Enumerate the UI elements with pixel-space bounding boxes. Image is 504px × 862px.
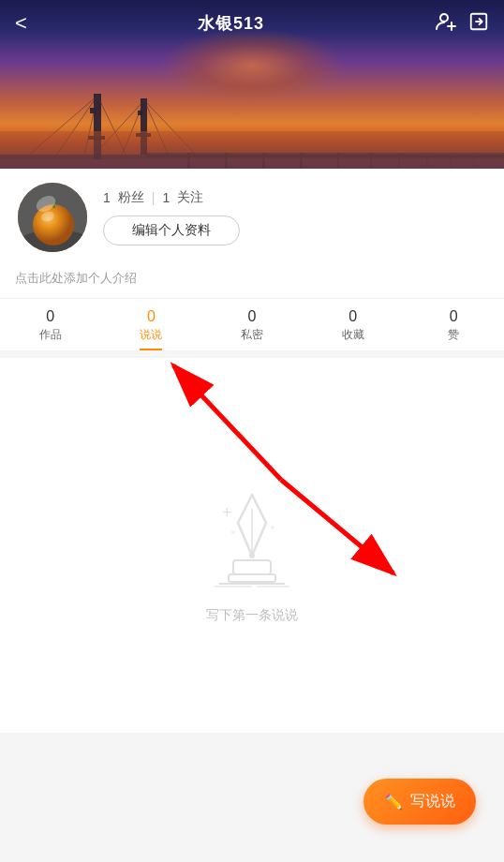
private-label: 私密: [241, 327, 263, 343]
shuoshuo-count: 0: [147, 308, 156, 325]
svg-rect-42: [233, 560, 271, 574]
svg-point-41: [249, 553, 255, 558]
following-label: 关注: [177, 189, 203, 206]
fans-count: 1: [103, 190, 111, 205]
nav-icons: [435, 10, 489, 37]
edit-profile-button[interactable]: 编辑个人资料: [103, 216, 240, 245]
share-button[interactable]: [468, 11, 489, 37]
avatar-image: [18, 183, 87, 252]
page-title: 水银513: [198, 12, 264, 35]
empty-pen-icon: +: [205, 485, 299, 598]
svg-rect-38: [52, 203, 55, 208]
empty-hint: 写下第一条说说: [206, 607, 298, 624]
svg-text:+: +: [222, 503, 232, 522]
profile-section: 1 粉丝 | 1 关注 编辑个人资料 点击此处添加个人介绍 0 作品 0 说说 …: [0, 169, 504, 350]
add-user-button[interactable]: [435, 10, 457, 37]
profile-right: 1 粉丝 | 1 关注 编辑个人资料: [103, 189, 489, 245]
favorites-count: 0: [348, 308, 357, 325]
back-button[interactable]: <: [15, 11, 27, 36]
avatar[interactable]: [15, 180, 90, 255]
write-shuoshuo-button[interactable]: ✏️ 写说说: [363, 779, 476, 825]
svg-rect-43: [229, 574, 275, 582]
profile-info-row: 1 粉丝 | 1 关注 编辑个人资料: [0, 169, 504, 266]
following-count: 1: [162, 190, 170, 205]
works-count: 0: [46, 308, 54, 325]
write-button-label: 写说说: [410, 792, 455, 811]
stats-divider: |: [152, 190, 156, 205]
tab-favorites[interactable]: 0 收藏: [303, 299, 404, 350]
stats-row: 1 粉丝 | 1 关注: [103, 189, 489, 206]
likes-count: 0: [450, 308, 458, 325]
bio-text[interactable]: 点击此处添加个人介绍: [0, 266, 504, 298]
nav-bar: < 水银513: [0, 0, 504, 47]
tab-works[interactable]: 0 作品: [0, 299, 101, 350]
tabs-row: 0 作品 0 说说 0 私密 0 收藏 0 赞: [0, 298, 504, 350]
favorites-label: 收藏: [342, 327, 364, 343]
fans-label: 粉丝: [118, 189, 144, 206]
tab-shuoshuo[interactable]: 0 说说: [101, 299, 202, 350]
works-label: 作品: [39, 327, 62, 343]
likes-label: 赞: [448, 327, 459, 343]
private-count: 0: [248, 308, 257, 325]
svg-point-46: [231, 530, 235, 534]
svg-point-47: [271, 526, 274, 529]
pencil-icon: ✏️: [384, 793, 403, 810]
svg-point-29: [440, 14, 448, 22]
content-area: + 写下第一条说说: [0, 358, 504, 733]
shuoshuo-label: 说说: [140, 327, 162, 343]
tab-active-indicator: [140, 349, 162, 350]
tab-private[interactable]: 0 私密: [201, 299, 303, 350]
empty-state: + 写下第一条说说: [186, 429, 318, 661]
tab-likes[interactable]: 0 赞: [403, 299, 504, 350]
svg-point-36: [33, 204, 74, 245]
